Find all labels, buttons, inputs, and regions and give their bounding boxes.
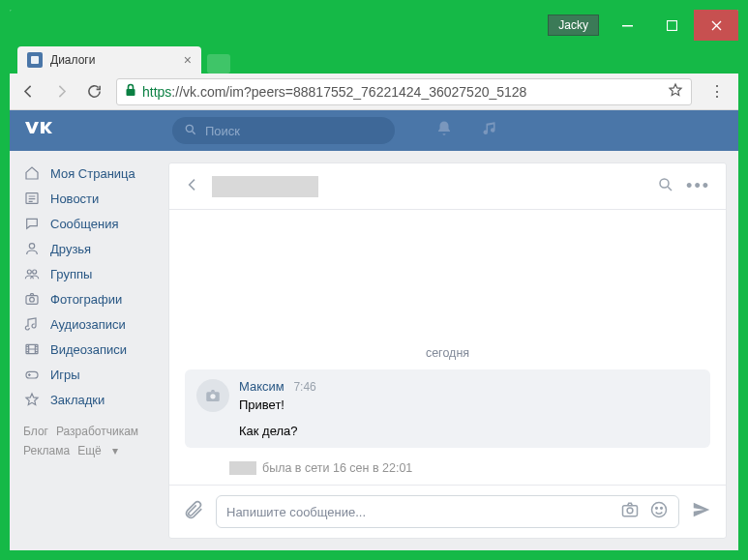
message-author[interactable]: Максим [239, 379, 284, 394]
vk-logo[interactable] [23, 118, 159, 143]
attach-button[interactable] [183, 499, 204, 524]
sidebar-item-label: Аудиозаписи [50, 317, 126, 332]
vk-header: Поиск [10, 110, 738, 151]
sidebar-item-friends[interactable]: Друзья [10, 236, 168, 261]
sidebar-item-profile[interactable]: Моя Страница [10, 161, 168, 186]
svg-point-17 [627, 508, 633, 514]
svg-rect-1 [667, 20, 676, 30]
footer-link-more[interactable]: Ещё ▾ [77, 444, 118, 457]
svg-rect-12 [26, 371, 38, 378]
window-minimize-button[interactable] [605, 10, 649, 41]
sidebar-item-audio[interactable]: Аудиозаписи [10, 311, 168, 337]
games-icon [23, 367, 41, 382]
message-input[interactable] [226, 505, 611, 519]
browser-tab[interactable]: Диалоги × [17, 46, 201, 74]
send-button[interactable] [691, 499, 712, 524]
sidebar-item-label: Моя Страница [50, 166, 135, 181]
svg-point-10 [30, 297, 35, 302]
chat-date-label: сегодня [185, 346, 710, 360]
composer-camera-icon[interactable] [620, 500, 640, 523]
bookmark-star-icon[interactable] [668, 82, 683, 101]
svg-point-6 [29, 244, 34, 249]
footer-link-blog[interactable]: Блог [23, 425, 48, 438]
nav-back-button[interactable] [17, 83, 39, 100]
news-icon [23, 191, 41, 206]
url-text: https://vk.com/im?peers=88817552_7622142… [142, 84, 526, 100]
audio-icon [23, 316, 41, 332]
chat-messages-area[interactable]: сегодня Максим 7:46 Привет! Как дела? [169, 210, 726, 485]
sidebar-item-label: Закладки [50, 393, 105, 407]
chat-pane: ••• сегодня Максим 7:46 Привет! Как дела… [168, 162, 727, 539]
vk-search-box[interactable]: Поиск [172, 117, 395, 144]
message-avatar[interactable] [196, 379, 229, 412]
last-seen-status: была в сети 16 сен в 22:01 [185, 456, 710, 485]
sidebar-item-label: Игры [50, 368, 80, 382]
sidebar-item-messages[interactable]: Сообщения [10, 211, 168, 236]
sidebar-item-label: Фотографии [50, 292, 122, 307]
vk-sidebar: Моя Страница Новости Сообщения Друзья Гр… [10, 151, 168, 550]
tab-favicon [27, 52, 43, 68]
browser-tabstrip: Диалоги × [10, 41, 738, 74]
window-close-button[interactable] [694, 10, 738, 41]
chat-search-button[interactable] [657, 176, 674, 197]
sidebar-item-label: Видеозаписи [50, 342, 127, 357]
svg-point-8 [33, 270, 37, 274]
chat-header: ••• [169, 163, 726, 210]
sidebar-item-label: Друзья [50, 242, 91, 256]
svg-rect-2 [31, 56, 39, 64]
svg-point-18 [652, 503, 667, 517]
sidebar-item-bookmarks[interactable]: Закладки [10, 387, 168, 412]
svg-rect-0 [622, 25, 633, 27]
sidebar-item-groups[interactable]: Группы [10, 261, 168, 286]
svg-point-4 [186, 125, 193, 132]
window-titlebar: Jacky [10, 10, 738, 41]
sidebar-item-video[interactable]: Видеозаписи [10, 337, 168, 362]
peer-name-redacted [229, 461, 256, 475]
sidebar-footer: БлогРазработчикам РекламаЕщё ▾ [10, 412, 168, 471]
sidebar-item-label: Новости [50, 192, 99, 206]
new-tab-button[interactable] [207, 54, 230, 74]
nav-reload-button[interactable] [83, 83, 105, 100]
sidebar-item-label: Группы [50, 267, 92, 281]
message-text: Привет! [239, 398, 316, 412]
tab-close-button[interactable]: × [184, 52, 192, 68]
chat-more-button[interactable]: ••• [686, 176, 710, 196]
svg-point-13 [660, 179, 669, 188]
browser-menu-button[interactable]: ⋮ [703, 82, 731, 101]
svg-point-20 [661, 508, 663, 510]
chrome-profile-badge[interactable]: Jacky [548, 15, 599, 36]
svg-point-19 [656, 508, 658, 510]
chat-peer-name-redacted [212, 176, 318, 197]
home-icon [23, 165, 41, 181]
message-time: 7:46 [293, 380, 315, 394]
search-icon [184, 123, 197, 139]
svg-point-7 [27, 270, 31, 274]
nav-forward-button[interactable] [50, 83, 72, 100]
svg-point-15 [210, 394, 215, 398]
video-icon [23, 341, 41, 357]
chat-message: Максим 7:46 Привет! Как дела? [185, 369, 710, 448]
sidebar-item-games[interactable]: Игры [10, 362, 168, 387]
composer-input-wrapper [216, 495, 679, 528]
messages-icon [23, 216, 41, 231]
footer-link-devs[interactable]: Разработчикам [56, 425, 138, 438]
music-icon[interactable] [482, 120, 499, 141]
chat-back-button[interactable] [185, 177, 200, 196]
address-bar[interactable]: https://vk.com/im?peers=88817552_7622142… [116, 78, 692, 105]
friends-icon [23, 241, 41, 256]
footer-link-ads[interactable]: Реклама [23, 444, 70, 457]
svg-rect-3 [127, 89, 135, 96]
sidebar-item-photos[interactable]: Фотографии [10, 286, 168, 311]
sidebar-item-news[interactable]: Новости [10, 186, 168, 211]
camera-icon [23, 291, 41, 307]
message-composer [169, 485, 726, 538]
tab-title: Диалоги [50, 53, 176, 67]
star-icon [23, 392, 41, 407]
window-maximize-button[interactable] [649, 10, 694, 41]
browser-toolbar: https://vk.com/im?peers=88817552_7622142… [10, 74, 738, 110]
notifications-icon[interactable] [435, 120, 453, 141]
lock-icon [125, 83, 136, 100]
composer-emoji-icon[interactable] [649, 500, 669, 523]
groups-icon [23, 266, 41, 281]
sidebar-item-label: Сообщения [50, 217, 119, 231]
